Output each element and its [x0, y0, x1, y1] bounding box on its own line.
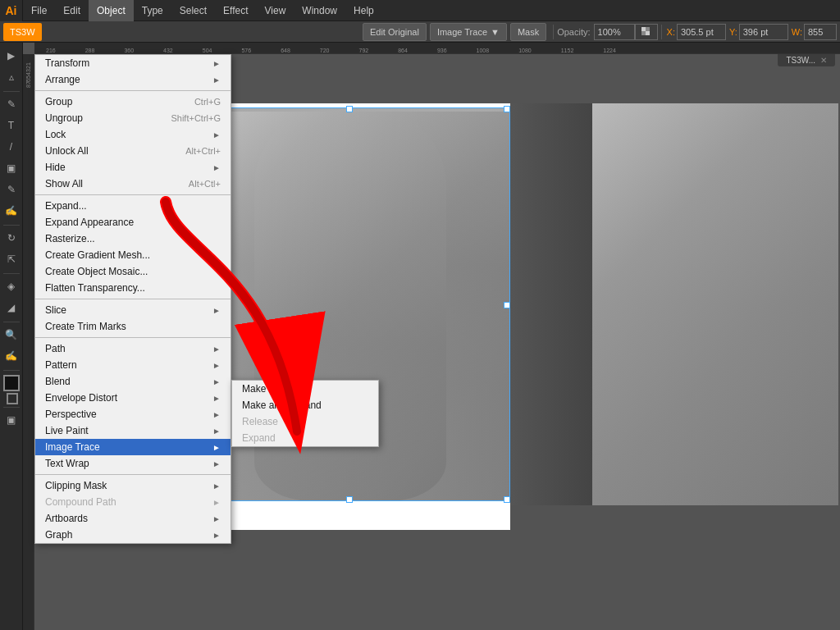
change-screen-mode[interactable]: ▣: [2, 410, 21, 430]
menu-object[interactable]: Object: [89, 0, 134, 21]
menu-text-wrap[interactable]: Text Wrap►: [35, 455, 231, 472]
rect-tool[interactable]: ▣: [2, 158, 21, 178]
menu-create-object-mosaic[interactable]: Create Object Mosaic...: [35, 263, 231, 280]
menu-create-trim-marks[interactable]: Create Trim Marks: [35, 318, 231, 335]
menu-select[interactable]: Select: [171, 0, 215, 21]
document-tab[interactable]: TS3W... ✕: [778, 54, 835, 66]
menu-envelope-distort[interactable]: Envelope Distort►: [35, 390, 231, 406]
tool-sep-2: [3, 225, 20, 226]
opacity-input[interactable]: [594, 24, 635, 40]
selection-tool[interactable]: ▶: [2, 46, 21, 66]
menu-pattern[interactable]: Pattern►: [35, 357, 231, 373]
rotate-tool[interactable]: ↻: [2, 228, 21, 248]
handle-tr[interactable]: [504, 106, 510, 112]
menu-clipping-mask[interactable]: Clipping Mask►: [35, 477, 231, 494]
menu-flatten-transparency[interactable]: Flatten Transparency...: [35, 280, 231, 296]
svg-rect-3: [646, 31, 650, 35]
y-input[interactable]: [739, 24, 788, 40]
menu-path[interactable]: Path►: [35, 340, 231, 357]
menu-rasterize[interactable]: Rasterize...: [35, 231, 231, 247]
portrait-right: [592, 103, 838, 505]
handle-mr[interactable]: [504, 302, 510, 308]
canvas-area: 216 288 360 432 504 576 648 720 792 864 …: [23, 43, 840, 630]
gradient-tool[interactable]: ◢: [2, 298, 21, 317]
main-area: ▶ ▵ ✎ T / ▣ ✎ ✍ ↻ ⇱ ◈ ◢ 🔍 ✍ ▣ 216 288 36…: [0, 43, 840, 630]
app-logo: Ai: [0, 0, 23, 21]
image-trace-submenu: Make Make and Expand Release Expand: [231, 380, 379, 447]
dark-stripe: [510, 103, 592, 505]
menu-window[interactable]: Window: [294, 0, 345, 21]
menu-perspective[interactable]: Perspective►: [35, 406, 231, 422]
ruler-left: 1 2 3 4 5 6 7 8: [23, 54, 34, 630]
submenu-release[interactable]: Release: [232, 413, 378, 430]
handle-br[interactable]: [504, 496, 510, 503]
image-trace-btn[interactable]: Image Trace ▼: [430, 23, 507, 41]
paintbrush-tool[interactable]: ✎: [2, 180, 21, 199]
tab-close-btn[interactable]: ✕: [820, 56, 827, 65]
ruler-576: 576: [241, 48, 251, 53]
pen-tool[interactable]: ✎: [2, 94, 21, 114]
stroke-color[interactable]: [7, 393, 18, 404]
submenu-make-and-expand[interactable]: Make and Expand: [232, 397, 378, 413]
line-tool[interactable]: /: [2, 137, 21, 157]
zoom-tool[interactable]: 🔍: [2, 325, 21, 345]
doc-tab-1[interactable]: TS3W: [3, 23, 42, 41]
menu-effect[interactable]: Effect: [215, 0, 256, 21]
menu-file[interactable]: File: [23, 0, 55, 21]
sep1: [553, 25, 554, 39]
sep2: [661, 25, 662, 39]
menu-ungroup[interactable]: UngroupShift+Ctrl+G: [35, 110, 231, 126]
ruler-504: 504: [203, 48, 212, 53]
edit-original-btn[interactable]: Edit Original: [363, 23, 427, 41]
menu-arrange[interactable]: Arrange►: [35, 71, 231, 88]
menu-live-paint[interactable]: Live Paint►: [35, 422, 231, 439]
menu-view[interactable]: View: [257, 0, 294, 21]
sep-c: [35, 299, 231, 299]
mask-btn[interactable]: Mask: [510, 23, 546, 41]
handle-bm[interactable]: [346, 496, 353, 503]
menu-group[interactable]: GroupCtrl+G: [35, 94, 231, 110]
handle-tm[interactable]: [346, 106, 353, 112]
menu-graph[interactable]: Graph►: [35, 527, 231, 543]
menu-hide[interactable]: Hide►: [35, 159, 231, 176]
direct-selection-tool[interactable]: ▵: [2, 67, 21, 87]
blend-tool[interactable]: ◈: [2, 276, 21, 296]
tool-sep-4: [3, 322, 20, 322]
type-tool[interactable]: T: [2, 116, 21, 135]
submenu-make[interactable]: Make: [232, 381, 378, 397]
menu-edit[interactable]: Edit: [55, 0, 89, 21]
submenu-expand[interactable]: Expand: [232, 430, 378, 446]
scale-tool[interactable]: ⇱: [2, 249, 21, 269]
menu-expand[interactable]: Expand...: [35, 198, 231, 214]
menu-expand-appearance[interactable]: Expand Appearance: [35, 214, 231, 231]
menu-create-gradient-mesh[interactable]: Create Gradient Mesh...: [35, 247, 231, 263]
toolbox: ▶ ▵ ✎ T / ▣ ✎ ✍ ↻ ⇱ ◈ ◢ 🔍 ✍ ▣: [0, 43, 23, 630]
canvas-white-bottom: [190, 505, 510, 530]
tab-name: TS3W...: [786, 56, 815, 65]
ruler-792: 792: [359, 48, 369, 53]
x-input[interactable]: [677, 24, 726, 40]
menu-show-all[interactable]: Show AllAlt+Ctl+: [35, 176, 231, 192]
menu-lock[interactable]: Lock►: [35, 126, 231, 143]
menu-artboards[interactable]: Artboards►: [35, 510, 231, 527]
menu-compound-path[interactable]: Compound Path►: [35, 494, 231, 510]
menu-type[interactable]: Type: [134, 0, 171, 21]
menu-slice[interactable]: Slice►: [35, 302, 231, 318]
fill-color[interactable]: [3, 375, 20, 391]
canvas-content: TS3W... ✕: [34, 54, 840, 630]
menu-unlock-all[interactable]: Unlock AllAlt+Ctrl+: [35, 143, 231, 159]
y-label: Y:: [729, 27, 737, 37]
w-label: W:: [792, 27, 802, 37]
w-input[interactable]: [804, 24, 837, 40]
menu-image-trace[interactable]: Image Trace►: [35, 439, 231, 455]
ruler-1224: 1224: [603, 48, 616, 53]
menu-help[interactable]: Help: [345, 0, 382, 21]
hand-tool[interactable]: ✍: [2, 346, 21, 366]
menu-blend[interactable]: Blend►: [35, 373, 231, 390]
toolbar-row: TS3W Edit Original Image Trace ▼ Mask Op…: [0, 21, 840, 43]
pencil-tool[interactable]: ✍: [2, 201, 21, 221]
artboard-background: [166, 79, 840, 627]
tool-sep-5: [3, 370, 20, 371]
ruler-864: 864: [398, 48, 408, 53]
menu-transform[interactable]: Transform►: [35, 55, 231, 71]
